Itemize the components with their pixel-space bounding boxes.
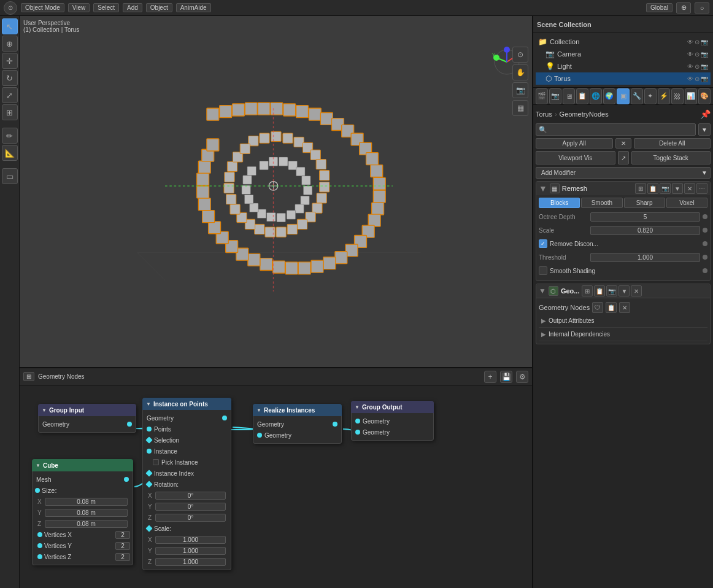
viewport[interactable]: User Perspective (1) Collection | Torus … [20, 16, 532, 367]
sharp-tab[interactable]: Sharp [624, 198, 665, 208]
modifiers-tab[interactable]: 🔧 [631, 88, 643, 104]
remove-discon-checkbox[interactable]: ✓ [539, 239, 547, 248]
group-output-node[interactable]: ▼ Group Output Geometry Geometry [351, 401, 434, 441]
geo-node-settings-btn[interactable]: ⚙ [516, 371, 528, 383]
geo-mod-copy-btn[interactable]: 📋 [594, 285, 605, 296]
add-menu[interactable]: Add [123, 3, 142, 12]
light-vp[interactable]: ⊙ [695, 63, 700, 70]
smooth-shading-checkbox[interactable] [539, 266, 547, 275]
viewport-vis-btn[interactable]: Viewport Vis [536, 151, 615, 164]
torus-eye[interactable]: 👁 [687, 75, 693, 82]
geo-mod-camera-btn[interactable]: 📷 [606, 285, 617, 296]
select-tool-btn[interactable]: ↖ [2, 18, 18, 34]
geo-mod-expand-arrow[interactable]: ▼ [539, 287, 546, 295]
output-attributes-row[interactable]: ▶ Output Attributes [539, 314, 707, 328]
delete-all-btn[interactable]: Delete All [634, 138, 711, 149]
render-props-tab[interactable]: 📷 [549, 88, 561, 104]
go-geo2-socket[interactable] [355, 430, 360, 435]
geo-mod-node-btn[interactable]: ⊞ [582, 285, 593, 296]
collection-item-light[interactable]: 💡 Light 👁 ⊙ 📷 [536, 60, 711, 72]
object-props-tab[interactable]: ▣ [617, 88, 629, 104]
remesh-down-btn[interactable]: ▼ [672, 183, 683, 194]
remesh-expand-arrow[interactable]: ▼ [539, 184, 547, 193]
zoom-fit-btn[interactable]: ⊙ [512, 47, 528, 63]
search-box[interactable]: 🔍 [536, 123, 696, 136]
go-geo-socket[interactable] [355, 419, 360, 424]
box-select-btn[interactable]: ▭ [2, 168, 18, 184]
internal-deps-row[interactable]: ▶ Internal Dependencies [539, 328, 707, 341]
blocks-tab[interactable]: Blocks [539, 198, 580, 208]
geo-node-new-btn[interactable]: + [484, 371, 496, 383]
output-props-tab[interactable]: 🖥 [563, 88, 575, 104]
annotate-tool-btn[interactable]: ✏ [2, 128, 18, 144]
remesh-header[interactable]: ▼ ▦ Remesh ⊞ 📋 📷 ▼ ✕ ⋯ [536, 182, 710, 195]
size-z-val[interactable]: 0.08 m [45, 520, 128, 528]
group-input-node[interactable]: ▼ Group Input Geometry [38, 404, 136, 433]
collection-item-camera[interactable]: 📷 Camera 👁 ⊙ 📷 [536, 48, 711, 60]
realize-instances-node[interactable]: ▼ Realize Instances Geometry Geometry [253, 404, 342, 444]
iop-collapse-arrow[interactable]: ▼ [146, 401, 151, 407]
search-options-btn[interactable]: ▼ [698, 123, 711, 136]
view-layer-tab[interactable]: 📋 [576, 88, 588, 104]
eye-icon[interactable]: 👁 [687, 39, 693, 45]
go-collapse-arrow[interactable]: ▼ [355, 404, 360, 410]
geo-nodes-copy2-btn[interactable]: 📋 [606, 302, 617, 313]
snap-toggle[interactable]: ⊕ [676, 2, 691, 14]
view-menu[interactable]: View [68, 3, 90, 12]
breadcrumb-geo[interactable]: GeometryNodes [560, 110, 609, 118]
apply-all-btn[interactable]: Apply All [536, 138, 613, 149]
breadcrumb-torus[interactable]: Torus [536, 110, 552, 118]
mesh-out-socket[interactable] [124, 477, 129, 482]
ri-collapse-arrow[interactable]: ▼ [256, 408, 261, 413]
instance-on-points-node[interactable]: ▼ Instance on Points Geometry Points [142, 398, 231, 570]
scene-props-tab[interactable]: 🎬 [536, 88, 548, 104]
physics-tab[interactable]: ⚡ [658, 88, 670, 104]
object-menu[interactable]: Object [146, 3, 172, 12]
octree-val[interactable]: 5 [590, 212, 700, 222]
smooth-tab[interactable]: Smooth [581, 198, 622, 208]
geo-nodes-name-label[interactable]: Geometry Nodes [539, 304, 590, 311]
iop-instance-socket[interactable] [147, 449, 152, 454]
iop-selection-socket[interactable] [145, 436, 152, 443]
threshold-val[interactable]: 1.000 [590, 253, 700, 262]
scale-z-val[interactable]: 1.000 [155, 558, 226, 566]
editor-type-selector[interactable]: ⊞ [23, 372, 34, 381]
node-collapse-arrow[interactable]: ▼ [42, 408, 47, 413]
remesh-x-btn[interactable]: ✕ [684, 183, 695, 194]
iop-rotation-socket[interactable] [145, 481, 152, 487]
cube-node[interactable]: ▼ Cube Mesh Size: X [32, 459, 133, 565]
remesh-camera-btn[interactable]: 📷 [660, 183, 671, 194]
particles-tab[interactable]: ✦ [644, 88, 657, 104]
pan-btn[interactable]: ✋ [512, 64, 528, 80]
scale-tool-btn[interactable]: ⤢ [2, 87, 18, 103]
geometry-out-socket[interactable] [127, 422, 132, 427]
vertices-x-val[interactable]: 2 [115, 531, 130, 539]
torus-rend[interactable]: 📷 [701, 75, 708, 82]
object-mode-dropdown[interactable]: Object Mode [21, 3, 64, 12]
transform-tool-btn[interactable]: ⊞ [2, 104, 18, 120]
size-x-val[interactable]: 0.08 m [45, 498, 128, 506]
iop-points-socket[interactable] [147, 427, 152, 431]
geo-nodes-shield-btn[interactable]: 🛡 [592, 302, 603, 313]
rot-y-val[interactable]: 0° [155, 503, 226, 511]
geo-mod-x-btn[interactable]: ✕ [631, 285, 642, 296]
apply-all-x-btn[interactable]: ✕ [615, 138, 631, 149]
light-eye[interactable]: 👁 [687, 63, 693, 70]
geo-nodes-x2-btn[interactable]: ✕ [619, 302, 630, 313]
pick-instance-checkbox[interactable] [153, 459, 159, 465]
collection-item-root[interactable]: 📁 Collection 👁 ⊙ 📷 [536, 36, 711, 48]
voxel-tab[interactable]: Voxel [666, 198, 707, 208]
ri-geo-out-socket[interactable] [333, 422, 337, 427]
toggle-stack-btn[interactable]: Toggle Stack [631, 151, 711, 164]
vertices-y-val[interactable]: 2 [115, 542, 130, 550]
cam-rend[interactable]: 📷 [701, 51, 708, 58]
scene-tab[interactable]: 🌐 [590, 88, 602, 104]
scale-y-val[interactable]: 1.000 [155, 547, 226, 555]
animaide-menu[interactable]: AnimAide [176, 3, 211, 12]
iop-geo-out-socket[interactable] [222, 416, 227, 420]
material-tab[interactable]: 🎨 [698, 88, 711, 104]
size-y-val[interactable]: 0.08 m [45, 509, 128, 517]
scale-val[interactable]: 0.820 [590, 226, 700, 235]
rotate-tool-btn[interactable]: ↻ [2, 70, 18, 86]
data-tab[interactable]: 📊 [685, 88, 697, 104]
